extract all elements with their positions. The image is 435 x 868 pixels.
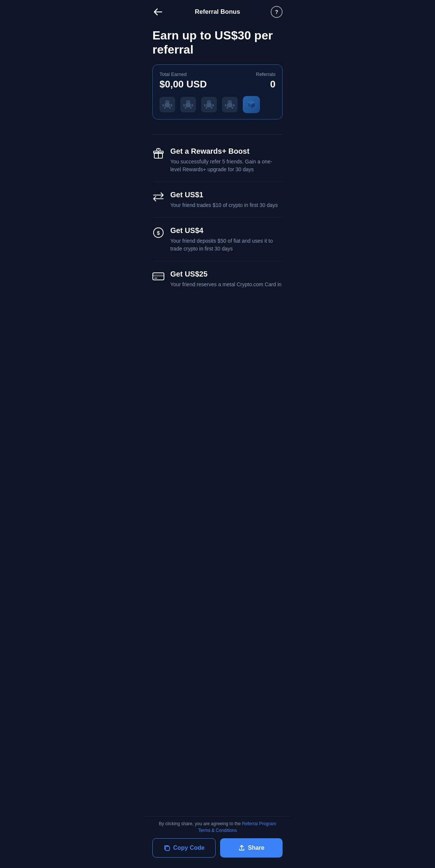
help-label: ? (275, 9, 278, 15)
svg-rect-22 (204, 104, 206, 106)
benefit-desc-4: Your friend reserves a metal Crypto.com … (170, 281, 281, 288)
benefit-title-1: Get a Rewards+ Boost (170, 147, 283, 156)
benefit-item-2: Get US$1 Your friend trades $10 of crypt… (152, 182, 283, 218)
avatar-slot-4 (222, 97, 238, 112)
benefit-desc-3: Your friend deposits $50 of fiat and use… (170, 237, 283, 253)
benefit-content-3: Get US$4 Your friend deposits $50 of fia… (170, 226, 283, 253)
svg-rect-11 (190, 107, 191, 109)
svg-rect-4 (166, 102, 167, 103)
svg-rect-12 (187, 102, 188, 103)
avatar-slot-1 (160, 97, 175, 112)
benefit-title-4: Get US$25 (170, 269, 281, 278)
earned-value: $0,00 USD (160, 79, 207, 90)
svg-rect-0 (165, 100, 169, 103)
card-icon (152, 270, 164, 282)
benefit-content-2: Get US$1 Your friend trades $10 of crypt… (170, 190, 278, 209)
svg-rect-1 (165, 103, 170, 107)
svg-rect-30 (225, 104, 226, 106)
svg-rect-19 (211, 107, 212, 109)
svg-rect-31 (233, 104, 235, 106)
svg-text:$: $ (157, 230, 160, 236)
svg-rect-20 (208, 102, 209, 103)
benefit-title-3: Get US$4 (170, 226, 283, 235)
benefit-desc-1: You successfully refer 5 friends. Gain a… (170, 158, 283, 173)
svg-rect-29 (230, 102, 231, 103)
benefit-content-4: Get US$25 Your friend reserves a metal C… (170, 269, 281, 288)
svg-rect-9 (186, 103, 191, 107)
earned-section: Total Earned $0,00 USD (160, 71, 207, 90)
svg-rect-13 (188, 102, 190, 103)
page-title: Referral Bonus (195, 8, 240, 16)
avatar-slot-2 (180, 97, 196, 112)
svg-rect-26 (226, 107, 228, 109)
svg-rect-7 (171, 104, 172, 106)
hero-section: Earn up to US$30 per referral Total Earn… (145, 22, 290, 127)
svg-rect-21 (209, 102, 210, 103)
avatar-cube-icon (243, 96, 260, 113)
svg-rect-24 (228, 100, 232, 103)
svg-rect-27 (232, 107, 233, 109)
svg-rect-3 (169, 107, 171, 109)
svg-rect-17 (206, 103, 212, 107)
referrals-label: Referrals (256, 71, 276, 77)
stats-row: Total Earned $0,00 USD Referrals 0 (160, 71, 276, 90)
svg-rect-15 (191, 104, 193, 106)
help-button[interactable]: ? (271, 6, 283, 18)
svg-rect-16 (207, 100, 211, 103)
back-button[interactable] (152, 7, 164, 17)
referrals-value: 0 (256, 79, 276, 90)
svg-rect-42 (153, 275, 164, 277)
svg-rect-18 (206, 107, 207, 109)
referrals-section: Referrals 0 (256, 71, 276, 90)
svg-rect-8 (186, 100, 190, 103)
dollar-circle-icon: $ (152, 227, 164, 239)
benefit-title-2: Get US$1 (170, 190, 278, 199)
svg-rect-6 (162, 104, 164, 106)
avatar-row (160, 96, 276, 113)
svg-rect-10 (185, 107, 186, 109)
benefit-item-1: Get a Rewards+ Boost You successfully re… (152, 138, 283, 182)
transfer-icon (152, 191, 164, 203)
benefit-item-3: $ Get US$4 Your friend deposits $50 of f… (152, 218, 283, 261)
svg-rect-25 (227, 103, 232, 107)
svg-rect-2 (164, 107, 165, 109)
benefit-content-1: Get a Rewards+ Boost You successfully re… (170, 147, 283, 173)
avatar-slot-3 (201, 97, 217, 112)
stats-card: Total Earned $0,00 USD Referrals 0 (152, 64, 283, 119)
svg-rect-5 (168, 102, 169, 103)
benefits-section: Get a Rewards+ Boost You successfully re… (145, 135, 290, 341)
svg-rect-14 (183, 104, 185, 106)
hero-title: Earn up to US$30 per referral (152, 28, 283, 57)
earned-label: Total Earned (160, 71, 207, 77)
benefit-item-4: Get US$25 Your friend reserves a metal C… (152, 261, 283, 297)
svg-rect-43 (154, 278, 157, 279)
svg-rect-28 (229, 102, 230, 103)
gift-icon (152, 147, 164, 159)
header: Referral Bonus ? (145, 0, 290, 22)
benefit-desc-2: Your friend trades $10 of crypto in firs… (170, 201, 278, 209)
svg-rect-23 (212, 104, 214, 106)
